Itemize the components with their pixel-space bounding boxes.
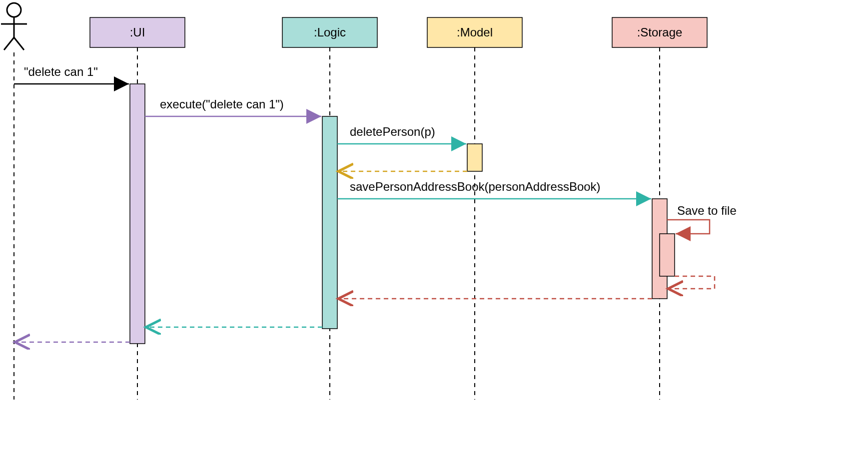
activation-ui — [130, 84, 145, 344]
activation-model — [467, 144, 482, 171]
participant-logic-label: :Logic — [314, 25, 346, 39]
participant-storage-label: :Storage — [637, 25, 683, 39]
actor-figure — [1, 3, 27, 50]
svg-point-0 — [7, 3, 21, 17]
svg-line-4 — [14, 37, 24, 50]
svg-line-3 — [4, 37, 14, 50]
message-logic-to-model-label: deletePerson(p) — [350, 125, 435, 138]
participant-model-label: :Model — [457, 25, 493, 39]
message-storage-self — [667, 220, 710, 234]
message-actor-to-ui-label: "delete can 1" — [24, 65, 98, 78]
activation-logic — [322, 116, 337, 329]
participant-ui-label: :UI — [130, 25, 145, 39]
message-ui-to-logic-label: execute("delete can 1") — [160, 97, 284, 111]
return-storage-self — [668, 276, 715, 289]
message-storage-self-label: Save to file — [677, 204, 737, 217]
activation-storage-inner — [660, 234, 675, 276]
message-logic-to-storage-label: savePersonAddressBook(personAddressBook) — [350, 180, 601, 193]
sequence-diagram: :UI :Logic :Model :Storage "delete can 1… — [0, 0, 868, 454]
